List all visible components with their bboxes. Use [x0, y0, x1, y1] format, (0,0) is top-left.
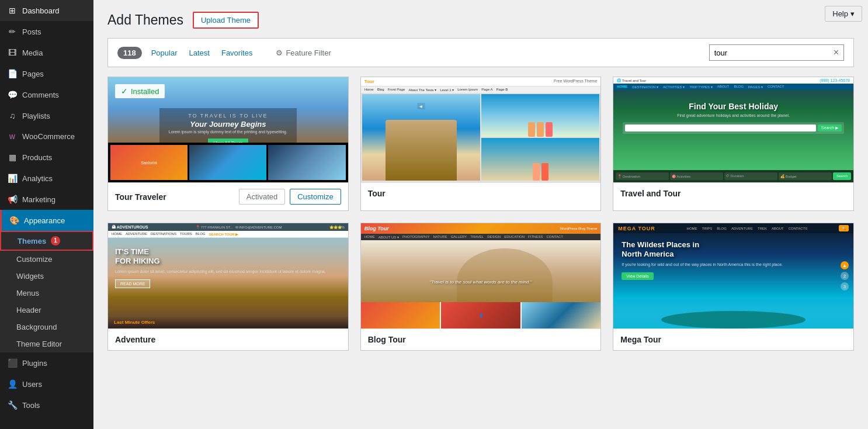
playlists-icon: ♫ — [7, 111, 18, 120]
sidebar-item-analytics[interactable]: 📊 Analytics — [0, 168, 93, 189]
themes-filter-bar: 118 Popular Latest Favorites ⚙ Feature F… — [107, 38, 854, 67]
sidebar-playlists-label: Playlists — [22, 112, 50, 120]
sidebar-item-woocommerce[interactable]: W WooCommerce — [0, 126, 93, 147]
sidebar-item-tools[interactable]: 🔧 Tools — [0, 395, 93, 416]
theme-card-adventure[interactable]: 🏔 ADVENTUROUS 📍 777 FRANKLIN ST...✉ INFO… — [107, 223, 349, 351]
sidebar-analytics-label: Analytics — [22, 174, 53, 183]
help-label: Help — [832, 9, 848, 18]
theme-name-travel-and-tour: Travel and Tour — [620, 189, 680, 198]
theme-name-tour-traveler: Tour Traveler — [115, 192, 166, 202]
appearance-submenu: Themes 1 Customize Widgets Menus Header … — [0, 231, 93, 352]
sidebar-sub-menus[interactable]: Menus — [0, 285, 93, 302]
theme-card-travel-and-tour[interactable]: 🌐 Travel and Tour (888) 123-45678 HOME D… — [613, 77, 854, 211]
sidebar-appearance-label: Appearance — [24, 216, 65, 225]
upload-theme-button[interactable]: Upload Theme — [193, 12, 259, 29]
theme-actions-tour-traveler: Activated Customize — [239, 189, 341, 205]
theme-name-tour: Tour — [368, 189, 386, 198]
theme-footer-adventure: Adventure — [108, 328, 348, 350]
sidebar-sub-theme-editor[interactable]: Theme Editor — [0, 335, 93, 352]
sidebar-sub-header[interactable]: Header — [0, 302, 93, 319]
theme-name-blog-tour: Blog Tour — [368, 335, 406, 344]
sidebar-sub-themes[interactable]: Themes 1 — [0, 231, 93, 251]
search-box: × — [709, 44, 844, 61]
theme-preview-adventure: 🏔 ADVENTUROUS 📍 777 FRANKLIN ST...✉ INFO… — [108, 223, 348, 328]
sidebar-users-label: Users — [22, 380, 42, 389]
theme-preview-mega-tour: MEGA TOUR HOMETRIPSBLOGADVENTURETREKABOU… — [613, 223, 853, 328]
media-icon: 🎞 — [7, 48, 18, 57]
theme-card-blog-tour[interactable]: Blog Tour WordPress Blog Theme HOMEABOUT… — [360, 223, 602, 351]
sidebar-pages-label: Pages — [22, 70, 44, 78]
sidebar-item-dashboard[interactable]: ⊞ Dashboard — [0, 0, 93, 21]
theme-footer-travel-and-tour: Travel and Tour — [613, 182, 853, 204]
search-clear-icon[interactable]: × — [834, 47, 839, 58]
sidebar-item-pages[interactable]: 📄 Pages — [0, 63, 93, 84]
customize-button[interactable]: Customize — [290, 189, 341, 205]
marketing-icon: 📢 — [7, 195, 18, 204]
sidebar-item-playlists[interactable]: ♫ Playlists — [0, 105, 93, 126]
products-icon: ▦ — [7, 153, 18, 162]
sidebar-marketing-label: Marketing — [22, 195, 55, 204]
themes-label: Themes — [18, 237, 46, 245]
installed-badge: ✓ Installed — [115, 84, 165, 98]
theme-footer-tour: Tour — [361, 182, 601, 204]
theme-preview-travel-and-tour: 🌐 Travel and Tour (888) 123-45678 HOME D… — [613, 77, 853, 182]
themes-grid: TO TRAVEL IS TO LIVE Your Journey Begins… — [107, 77, 854, 351]
search-input[interactable] — [714, 49, 831, 57]
theme-card-mega-tour[interactable]: MEGA TOUR HOMETRIPSBLOGADVENTURETREKABOU… — [613, 223, 854, 351]
sidebar-item-users[interactable]: 👤 Users — [0, 373, 93, 395]
tab-favorites[interactable]: Favorites — [221, 47, 252, 58]
sidebar-item-marketing[interactable]: 📢 Marketing — [0, 189, 93, 210]
sidebar-woocommerce-label: WooCommerce — [22, 132, 75, 141]
sidebar-item-media[interactable]: 🎞 Media — [0, 42, 93, 63]
sidebar-sub-background[interactable]: Background — [0, 319, 93, 335]
theme-footer-tour-traveler: Tour Traveler Activated Customize — [108, 182, 348, 210]
analytics-icon: 📊 — [7, 174, 18, 183]
sidebar: ⊞ Dashboard ✏ Posts 🎞 Media 📄 Pages 💬 Co… — [0, 0, 93, 429]
pages-icon: 📄 — [7, 69, 18, 78]
feature-filter[interactable]: ⚙ Feature Filter — [276, 49, 331, 57]
sidebar-item-posts[interactable]: ✏ Posts — [0, 21, 93, 42]
theme-footer-mega-tour: Mega Tour — [613, 328, 853, 350]
sidebar-sub-customize[interactable]: Customize — [0, 251, 93, 268]
sidebar-products-label: Products — [22, 153, 52, 162]
users-icon: 👤 — [7, 379, 18, 389]
installed-label: Installed — [131, 87, 159, 96]
theme-name-mega-tour: Mega Tour — [620, 335, 661, 344]
help-button[interactable]: Help ▾ — [825, 6, 862, 22]
help-chevron-icon: ▾ — [850, 9, 855, 18]
theme-card-tour[interactable]: Tour Free WordPress Theme HomeBlogFront … — [360, 77, 602, 211]
sidebar-plugins-label: Plugins — [22, 359, 47, 368]
theme-card-tour-traveler: TO TRAVEL IS TO LIVE Your Journey Begins… — [107, 77, 349, 211]
tab-latest[interactable]: Latest — [189, 47, 210, 58]
feature-filter-label: Feature Filter — [286, 49, 331, 57]
sidebar-tools-label: Tools — [22, 401, 40, 410]
posts-icon: ✏ — [7, 27, 18, 36]
gear-icon: ⚙ — [276, 49, 283, 57]
appearance-icon: 🎨 — [9, 216, 19, 225]
page-header: Add Themes Upload Theme — [107, 12, 854, 29]
theme-name-adventure: Adventure — [115, 335, 155, 344]
activated-button: Activated — [239, 189, 285, 205]
sidebar-sub-widgets[interactable]: Widgets — [0, 268, 93, 285]
woocommerce-icon: W — [7, 133, 18, 140]
sidebar-item-plugins[interactable]: ⬛ Plugins — [0, 352, 93, 373]
page-title: Add Themes — [107, 12, 183, 28]
check-icon: ✓ — [121, 87, 128, 96]
plugins-icon: ⬛ — [7, 358, 18, 368]
theme-footer-blog-tour: Blog Tour — [361, 328, 601, 350]
sidebar-item-products[interactable]: ▦ Products — [0, 147, 93, 168]
tab-popular[interactable]: Popular — [151, 47, 178, 58]
theme-preview-tour-traveler: TO TRAVEL IS TO LIVE Your Journey Begins… — [108, 77, 348, 182]
sidebar-posts-label: Posts — [22, 27, 41, 36]
tools-icon: 🔧 — [7, 400, 18, 410]
sidebar-comments-label: Comments — [22, 91, 59, 99]
sidebar-item-appearance[interactable]: 🎨 Appearance — [0, 210, 93, 231]
dashboard-icon: ⊞ — [7, 6, 18, 15]
main-content: Add Themes Upload Theme 118 Popular Late… — [93, 0, 868, 429]
sidebar-media-label: Media — [22, 49, 43, 57]
comments-icon: 💬 — [7, 90, 18, 99]
theme-preview-blog-tour: Blog Tour WordPress Blog Theme HOMEABOUT… — [361, 223, 601, 328]
sidebar-dashboard-label: Dashboard — [22, 6, 60, 15]
themes-count-badge: 118 — [117, 47, 142, 59]
sidebar-item-comments[interactable]: 💬 Comments — [0, 84, 93, 105]
